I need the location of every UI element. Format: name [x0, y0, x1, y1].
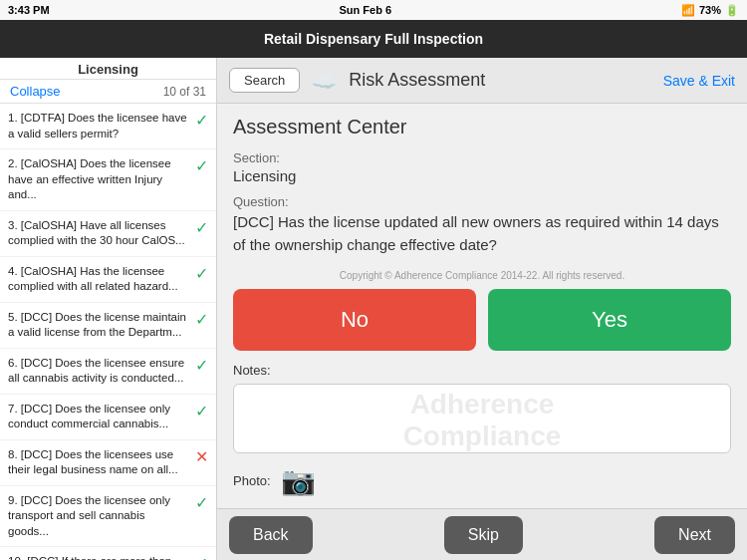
sidebar-item[interactable]: 3. [CalOSHA] Have all licenses complied … — [0, 211, 216, 257]
back-button[interactable]: Back — [229, 516, 313, 554]
section-value: Licensing — [233, 167, 731, 184]
sidebar-collapse-button[interactable]: Collapse — [10, 84, 61, 99]
check-icon: ✓ — [195, 554, 208, 560]
assessment-content: Assessment Center Section: Licensing Que… — [217, 104, 747, 508]
cloud-icon: ☁️ — [312, 69, 337, 93]
sidebar-item[interactable]: 1. [CDTFA] Does the licensee have a vali… — [0, 104, 216, 149]
status-date: Sun Feb 6 — [339, 4, 391, 16]
sidebar-item[interactable]: 8. [DCC] Does the licensees use their le… — [0, 440, 216, 486]
answer-buttons: No Yes — [233, 289, 731, 351]
sidebar-item-text: 10. [DCC] If there are more than 20 empl… — [8, 554, 191, 560]
sidebar-count: 10 of 31 — [163, 85, 206, 99]
assessment-title: Assessment Center — [233, 116, 731, 139]
copyright-text: Copyright © Adherence Compliance 2014-22… — [233, 270, 731, 281]
check-icon: ✓ — [195, 156, 208, 175]
status-bar: 3:43 PM Sun Feb 6 📶 73% 🔋 — [0, 0, 747, 20]
camera-icon[interactable]: 📷 — [281, 464, 316, 497]
sidebar-item-text: 2. [CalOSHA] Does the licensee have an e… — [8, 156, 191, 203]
check-icon: ✓ — [195, 264, 208, 283]
notes-label: Notes: — [233, 363, 731, 378]
check-icon: ✓ — [195, 111, 208, 130]
skip-button[interactable]: Skip — [444, 516, 523, 554]
no-button[interactable]: No — [233, 289, 476, 351]
question-text: [DCC] Has the license updated all new ow… — [233, 211, 731, 256]
top-bar: Search ☁️ Risk Assessment Save & Exit — [217, 58, 747, 104]
bottom-bar: Back Skip Next — [217, 508, 747, 560]
sidebar-collapse-row: Collapse 10 of 31 — [0, 80, 216, 104]
next-button[interactable]: Next — [654, 516, 735, 554]
search-button[interactable]: Search — [229, 68, 300, 93]
app-title: Retail Dispensary Full Inspection — [264, 31, 483, 47]
sidebar-section-title: Licensing — [0, 58, 216, 80]
sidebar-items-list: 1. [CDTFA] Does the licensee have a vali… — [0, 104, 216, 560]
status-right: 📶 73% 🔋 — [681, 4, 739, 17]
x-icon: ✕ — [195, 447, 208, 466]
notes-container: AdherenceCompliance — [233, 384, 731, 456]
content-area: Search ☁️ Risk Assessment Save & Exit As… — [217, 58, 747, 560]
notes-input[interactable] — [233, 384, 731, 453]
save-exit-button[interactable]: Save & Exit — [663, 73, 735, 89]
sidebar-item-text: 3. [CalOSHA] Have all licenses complied … — [8, 218, 191, 249]
sidebar-item-text: 1. [CDTFA] Does the licensee have a vali… — [8, 111, 191, 141]
check-icon: ✓ — [195, 402, 208, 420]
main-layout: Licensing Collapse 10 of 31 1. [CDTFA] D… — [0, 58, 747, 560]
check-icon: ✓ — [195, 493, 208, 512]
battery-level: 73% — [699, 4, 721, 16]
sidebar: Licensing Collapse 10 of 31 1. [CDTFA] D… — [0, 58, 217, 560]
check-icon: ✓ — [195, 218, 208, 237]
status-time: 3:43 PM — [8, 4, 50, 16]
sidebar-item-text: 7. [DCC] Does the licensee only conduct … — [8, 402, 191, 432]
wifi-icon: 📶 — [681, 4, 695, 17]
sidebar-item-text: 6. [DCC] Does the licensee ensure all ca… — [8, 356, 191, 387]
sidebar-item[interactable]: 6. [DCC] Does the licensee ensure all ca… — [0, 349, 216, 395]
photo-label: Photo: — [233, 473, 271, 488]
check-icon: ✓ — [195, 356, 208, 375]
yes-button[interactable]: Yes — [488, 289, 731, 351]
sidebar-item[interactable]: 9. [DCC] Does the licensee only transpor… — [0, 486, 216, 548]
sidebar-item[interactable]: 5. [DCC] Does the license maintain a val… — [0, 303, 216, 349]
question-label: Question: — [233, 194, 731, 209]
sidebar-item-text: 4. [CalOSHA] Has the licensee complied w… — [8, 264, 191, 295]
app-header: Retail Dispensary Full Inspection — [0, 20, 747, 58]
sidebar-item-text: 8. [DCC] Does the licensees use their le… — [8, 447, 191, 478]
sidebar-item[interactable]: 4. [CalOSHA] Has the licensee complied w… — [0, 257, 216, 303]
sidebar-item-text: 5. [DCC] Does the license maintain a val… — [8, 310, 191, 341]
sidebar-item[interactable]: 7. [DCC] Does the licensee only conduct … — [0, 395, 216, 440]
sidebar-item[interactable]: 10. [DCC] If there are more than 20 empl… — [0, 547, 216, 560]
sidebar-item-text: 9. [DCC] Does the licensee only transpor… — [8, 493, 191, 540]
check-icon: ✓ — [195, 310, 208, 329]
sidebar-item[interactable]: 2. [CalOSHA] Does the licensee have an e… — [0, 149, 216, 211]
photo-row: Photo: 📷 — [233, 464, 731, 497]
section-label: Section: — [233, 150, 731, 165]
battery-icon: 🔋 — [725, 4, 739, 17]
top-bar-title: Risk Assessment — [349, 70, 650, 91]
